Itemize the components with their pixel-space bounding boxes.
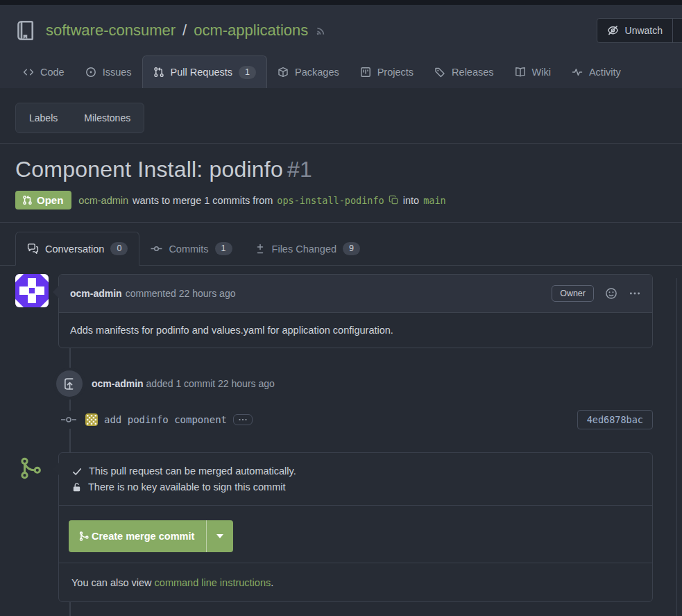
tag-icon	[434, 67, 445, 78]
nav-label: Code	[40, 67, 65, 78]
tab-conversation[interactable]: Conversation 0	[15, 232, 139, 266]
tab-commits[interactable]: Commits 1	[139, 232, 243, 266]
nav-label: Projects	[377, 67, 414, 78]
nav-item-packages[interactable]: Packages	[267, 55, 350, 88]
commits-count-badge: 1	[215, 242, 232, 255]
event-author-link[interactable]: ocm-admin	[92, 378, 144, 389]
commit-hash-button[interactable]: 4ed6878bac	[577, 410, 653, 429]
repo-nav: Code Issues Pull Requests 1	[0, 55, 682, 88]
divider	[0, 222, 682, 223]
nav-item-activity[interactable]: Activity	[561, 55, 631, 88]
sign-text: There is no key available to sign this c…	[88, 479, 286, 495]
event-meta: added 1 commit 22 hours ago	[146, 378, 275, 389]
repo-header: software-consumer / ocm-applications	[0, 5, 682, 88]
labels-button[interactable]: Labels	[16, 103, 71, 132]
nav-item-code[interactable]: Code	[12, 55, 75, 88]
nav-item-pull-requests[interactable]: Pull Requests 1	[142, 55, 267, 88]
kebab-menu-icon[interactable]	[629, 287, 641, 300]
commit-message-link[interactable]: add podinfo component	[104, 414, 227, 425]
pr-author-link[interactable]: ocm-admin	[78, 195, 128, 206]
nav-label: Activity	[589, 67, 621, 78]
chevron-down-icon	[216, 534, 223, 538]
mergeable-text: This pull request can be merged automati…	[89, 463, 296, 479]
timeline-event: ocm-admin added 1 commit 22 hours ago	[15, 370, 667, 397]
merge-actions: Create merge commit	[59, 506, 652, 563]
repo-separator: /	[182, 22, 187, 40]
git-merge-icon	[19, 456, 42, 480]
merge-footer: You can also view command line instructi…	[59, 563, 652, 601]
footer-period: .	[271, 577, 273, 588]
top-strip	[0, 0, 682, 5]
repo-owner-link[interactable]: software-consumer	[46, 22, 176, 40]
nav-item-releases[interactable]: Releases	[424, 55, 504, 88]
pr-merge-sentence: ocm-admin wants to merge 1 commits from …	[78, 195, 445, 206]
merge-card: This pull request can be merged automati…	[58, 452, 653, 602]
nav-label: Pull Requests	[171, 67, 232, 78]
unlock-icon	[71, 482, 82, 493]
sign-status-line: There is no key available to sign this c…	[71, 479, 640, 495]
nav-item-wiki[interactable]: Wiki	[504, 55, 561, 88]
code-icon	[23, 67, 34, 78]
push-event-icon	[56, 370, 83, 397]
project-icon	[360, 67, 371, 78]
comment-discussion-icon	[27, 243, 39, 255]
repo-book-icon	[15, 20, 36, 41]
divider	[0, 143, 682, 144]
pr-number: #1	[287, 157, 312, 182]
milestones-button[interactable]: Milestones	[71, 103, 144, 132]
merge-options-dropdown[interactable]	[207, 520, 233, 552]
comment: ocm-admin commented 22 hours ago Owner	[15, 274, 667, 348]
pull-request-icon	[153, 67, 164, 78]
tab-label: Conversation	[45, 243, 104, 255]
package-icon	[278, 67, 289, 78]
unwatch-button[interactable]: Unwatch	[597, 18, 682, 43]
eye-off-icon	[607, 24, 619, 36]
tab-files-changed[interactable]: Files Changed 9	[244, 232, 371, 266]
conversation-count-badge: 0	[110, 242, 128, 255]
rss-icon[interactable]	[315, 24, 327, 37]
pull-requests-count-badge: 1	[239, 66, 256, 79]
commit-author-avatar[interactable]	[85, 413, 98, 426]
files-changed-count-badge: 9	[343, 242, 360, 255]
nav-label: Releases	[452, 67, 493, 78]
target-branch-link[interactable]: main	[423, 195, 446, 206]
unwatch-divider	[672, 19, 673, 42]
repo-name-link[interactable]: ocm-applications	[194, 22, 308, 40]
tab-label: Commits	[169, 243, 208, 255]
emoji-reaction-icon[interactable]	[605, 287, 617, 300]
commit-row: add podinfo component 4ed6878bac	[15, 410, 667, 429]
repo-breadcrumb: software-consumer / ocm-applications	[46, 22, 308, 40]
comment-author-link[interactable]: ocm-admin	[70, 288, 122, 299]
commit-icon	[151, 243, 162, 255]
tab-label: Files Changed	[272, 243, 337, 255]
book-open-icon	[515, 67, 526, 78]
footer-text: You can also view	[71, 577, 152, 588]
merge-status: This pull request can be merged automati…	[59, 453, 652, 505]
diff-icon	[255, 243, 266, 255]
avatar[interactable]	[15, 274, 49, 307]
sidebar-divider	[676, 278, 677, 616]
event-text: ocm-admin added 1 commit 22 hours ago	[92, 378, 275, 389]
nav-item-issues[interactable]: Issues	[75, 55, 142, 88]
merge-button-label: Create merge commit	[92, 531, 194, 542]
git-merge-icon	[78, 531, 89, 542]
pr-title-text: Component Install: podinfo	[15, 157, 283, 182]
create-merge-commit-button[interactable]: Create merge commit	[69, 520, 233, 552]
merge-text-before: wants to merge 1 commits from	[133, 195, 273, 206]
commit-icon	[61, 411, 76, 429]
nav-item-projects[interactable]: Projects	[350, 55, 424, 88]
pr-state-label: Open	[37, 194, 63, 206]
pr-state-badge: Open	[15, 191, 71, 209]
pr-tabbar: Conversation 0 Commits 1 Files Changed 9	[0, 232, 682, 266]
copy-branch-icon[interactable]	[389, 195, 399, 205]
owner-badge: Owner	[552, 285, 594, 302]
commit-ellipsis-button[interactable]	[233, 414, 253, 425]
comment-header: ocm-admin commented 22 hours ago Owner	[59, 275, 652, 313]
pr-title: Component Install: podinfo#1	[15, 157, 667, 182]
nav-label: Issues	[103, 67, 132, 78]
comment-meta: commented 22 hours ago	[126, 288, 236, 299]
comment-body: Adds manifests for podinfo and values.ya…	[59, 313, 652, 348]
nav-label: Wiki	[532, 67, 551, 78]
source-branch-link[interactable]: ops-install-podinfo	[277, 195, 384, 206]
command-line-instructions-link[interactable]: command line instructions	[155, 577, 271, 588]
